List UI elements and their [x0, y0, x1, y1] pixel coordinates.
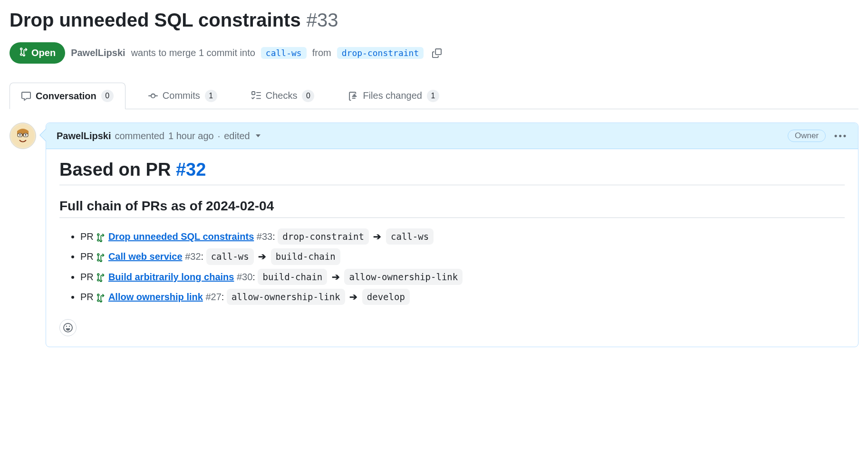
timeline: PawelLipski commented 1 hour ago · edite…	[10, 123, 858, 347]
tab-commits[interactable]: Commits 1	[137, 83, 229, 109]
pr-header: Drop unneeded SQL constraints #33	[10, 9, 858, 31]
reaction-button[interactable]	[59, 319, 77, 336]
pr-chain-item: PR Allow ownership link #27: allow-owner…	[80, 289, 845, 305]
comment-verb: commented	[115, 131, 165, 142]
tab-conversation-label: Conversation	[36, 91, 96, 102]
tab-checks-label: Checks	[266, 90, 298, 101]
based-on-link[interactable]: #32	[176, 160, 206, 180]
pr-number-ref: #32	[185, 251, 201, 262]
tab-checks-count: 0	[302, 90, 314, 102]
pr-number-ref: #27	[205, 292, 221, 302]
pr-link[interactable]: Call web service	[108, 251, 183, 262]
pr-meta-row: Open PawelLipski wants to merge 1 commit…	[10, 42, 858, 64]
based-on-heading: Based on PR #32	[59, 160, 845, 185]
branch-from: drop-constraint	[278, 228, 369, 245]
comment-body: Based on PR #32 Full chain of PRs as of …	[46, 149, 858, 347]
branch-from: call-ws	[206, 248, 254, 265]
git-pull-request-open-icon	[96, 253, 106, 262]
git-pull-request-icon	[19, 47, 29, 59]
owner-badge: Owner	[788, 130, 826, 142]
chain-heading: Full chain of PRs as of 2024-02-04	[59, 199, 845, 218]
svg-point-2	[19, 134, 20, 135]
head-branch[interactable]: drop-constraint	[337, 47, 424, 59]
pr-chain-item: PR Call web service #32: call-ws ➔ build…	[80, 248, 845, 265]
based-on-prefix: Based on PR	[59, 160, 176, 180]
caret-down-icon[interactable]	[256, 134, 260, 137]
branch-to: develop	[362, 289, 410, 305]
tab-conversation-count: 0	[101, 90, 114, 102]
pr-number-ref: #30	[237, 272, 252, 282]
pr-chain-list: PR Drop unneeded SQL constraints #33: dr…	[59, 228, 845, 305]
comment-box: PawelLipski commented 1 hour ago · edite…	[46, 123, 858, 347]
branch-to: allow-ownership-link	[344, 269, 463, 285]
pr-chain-item: PR Drop unneeded SQL constraints #33: dr…	[80, 228, 845, 245]
svg-point-4	[25, 134, 26, 135]
pr-prefix: PR	[80, 292, 94, 302]
git-pull-request-open-icon	[96, 293, 106, 303]
comment-header: PawelLipski commented 1 hour ago · edite…	[46, 123, 858, 149]
comment-edited[interactable]: edited	[224, 131, 250, 142]
git-pull-request-open-icon	[96, 273, 106, 282]
tab-commits-label: Commits	[163, 90, 200, 101]
tab-files-label: Files changed	[363, 90, 422, 101]
branch-from: build-chain	[258, 269, 327, 285]
comment-time[interactable]: 1 hour ago	[168, 131, 214, 142]
arrow-icon: ➔	[371, 231, 384, 242]
arrow-icon: ➔	[329, 272, 342, 282]
merge-text-2: from	[312, 47, 331, 58]
copy-icon[interactable]	[432, 48, 442, 58]
tab-files[interactable]: Files changed 1	[337, 83, 451, 109]
pr-prefix: PR	[80, 231, 94, 242]
comment-sep: ·	[218, 131, 221, 142]
state-label: Open	[31, 47, 56, 58]
tab-checks[interactable]: Checks 0	[240, 83, 326, 109]
pr-link[interactable]: Drop unneeded SQL constraints	[108, 231, 254, 242]
pr-number-ref: #33	[257, 231, 272, 242]
branch-to: build-chain	[271, 248, 340, 265]
kebab-icon[interactable]: •••	[834, 131, 848, 141]
pr-tabs: Conversation 0 Commits 1 Checks 0 Files …	[10, 83, 858, 109]
base-branch[interactable]: call-ws	[261, 47, 307, 59]
pr-link[interactable]: Build arbitrarily long chains	[108, 272, 234, 282]
git-pull-request-open-icon	[96, 233, 106, 242]
comment-author[interactable]: PawelLipski	[57, 131, 111, 142]
pr-prefix: PR	[80, 251, 94, 262]
pr-chain-item: PR Build arbitrarily long chains #30: bu…	[80, 269, 845, 285]
tab-files-count: 1	[427, 90, 439, 102]
branch-from: allow-ownership-link	[227, 289, 345, 305]
branch-to: call-ws	[386, 228, 434, 245]
arrow-icon: ➔	[256, 251, 269, 262]
pr-prefix: PR	[80, 272, 94, 282]
pr-title: Drop unneeded SQL constraints	[10, 9, 301, 31]
pr-number: #33	[307, 9, 338, 31]
tab-commits-count: 1	[205, 90, 217, 102]
arrow-icon: ➔	[347, 292, 360, 302]
state-badge: Open	[10, 42, 65, 64]
tab-conversation[interactable]: Conversation 0	[10, 83, 125, 109]
merge-text-1: wants to merge 1 commit into	[131, 47, 255, 58]
avatar[interactable]	[10, 123, 36, 149]
pr-author[interactable]: PawelLipski	[71, 47, 125, 58]
pr-link[interactable]: Allow ownership link	[108, 292, 203, 302]
